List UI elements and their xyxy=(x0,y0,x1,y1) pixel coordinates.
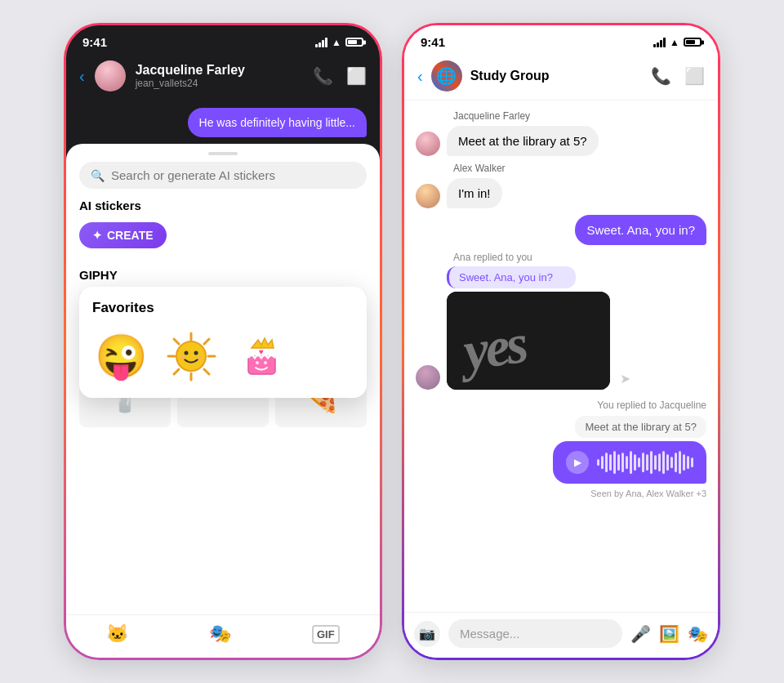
phone-icon[interactable]: 📞 xyxy=(313,66,333,86)
yes-gif-svg: yes xyxy=(447,292,610,390)
left-status-bar: 9:41 ▲ xyxy=(66,25,380,54)
ana-reply-content: Sweet. Ana, you in? yes ➤ xyxy=(447,266,630,390)
sticker-toolbar: 🐱 🎭 GIF xyxy=(66,614,380,658)
sent-bubble-1: Sweet. Ana, you in? xyxy=(575,215,706,245)
ai-stickers-label: AI stickers xyxy=(66,199,380,219)
back-button[interactable]: ‹ xyxy=(79,67,85,86)
contact-info: Jacqueline Farley jean_vallets24 xyxy=(136,63,303,89)
svg-point-12 xyxy=(197,355,202,360)
favorite-sticker-2[interactable] xyxy=(163,328,220,385)
voice-message-bubble: ▶ xyxy=(553,441,706,484)
sticker-icon[interactable]: 🎭 xyxy=(688,624,708,644)
sticker-pack-icon[interactable]: 🎭 xyxy=(209,623,231,645)
contact-name: Jacqueline Farley xyxy=(136,63,303,78)
msg-group-alex: Alex Walker I'm in! xyxy=(416,163,706,208)
battery-icon xyxy=(345,38,363,47)
messages-area: Jacqueline Farley Meet at the library at… xyxy=(404,100,718,612)
waveform xyxy=(597,451,693,474)
gif-button[interactable]: GIF xyxy=(312,625,340,644)
right-video-icon[interactable]: ⬜ xyxy=(684,66,705,86)
message-input-placeholder[interactable]: Message... xyxy=(448,619,622,648)
contact-avatar xyxy=(95,60,126,92)
sun-sticker-svg xyxy=(165,330,218,383)
group-chat-header: ‹ 🌐 Study Group 📞 ⬜ xyxy=(404,54,718,100)
create-label: CREATE xyxy=(107,229,154,242)
signal-icon xyxy=(315,38,327,47)
svg-point-16 xyxy=(264,361,267,364)
jacqueline-avatar xyxy=(416,132,440,156)
right-phone: 9:41 ▲ ‹ 🌐 Study xyxy=(402,23,720,660)
right-phone-screen: 9:41 ▲ ‹ 🌐 Study xyxy=(404,25,718,658)
you-replied-section: You replied to Jacqueline Meet at the li… xyxy=(416,400,706,498)
right-battery-icon xyxy=(684,38,702,47)
contact-sub: jean_vallets24 xyxy=(136,78,303,89)
ana-gif-bubble: yes xyxy=(447,292,610,390)
send-arrow-icon[interactable]: ➤ xyxy=(620,371,630,386)
svg-line-4 xyxy=(174,339,179,344)
you-replied-label: You replied to Jacqueline xyxy=(416,400,706,411)
sticker-search-bar[interactable]: 🔍 xyxy=(79,162,367,189)
scene: 9:41 ▲ xyxy=(64,23,720,660)
jacqueline-sender-name: Jacqueline Farley xyxy=(416,110,706,122)
right-time: 9:41 xyxy=(421,35,445,49)
sticker-search-input[interactable] xyxy=(111,168,355,182)
search-icon: 🔍 xyxy=(91,169,105,182)
right-wifi-icon: ▲ xyxy=(670,37,679,48)
right-status-bar: 9:41 ▲ xyxy=(404,25,718,54)
favorites-stickers-row: 😜 xyxy=(92,328,354,385)
image-icon[interactable]: 🖼️ xyxy=(659,624,679,644)
msg-row-alex: I'm in! xyxy=(416,178,706,208)
svg-point-10 xyxy=(194,350,198,355)
group-avatar: 🌐 xyxy=(431,60,462,92)
left-phone-wrapper: 9:41 ▲ xyxy=(64,23,382,660)
video-icon[interactable]: ⬜ xyxy=(346,66,367,86)
right-header-actions: 📞 ⬜ xyxy=(651,66,705,86)
sticker-panel: 🔍 AI stickers ✦ CREATE GIPHY 🧘🏿 xyxy=(66,144,380,658)
svg-text:♥: ♥ xyxy=(259,347,264,356)
giphy-label: GIPHY xyxy=(79,268,367,282)
left-chat-header: ‹ Jacqueline Farley jean_vallets24 📞 ⬜ xyxy=(66,54,380,101)
reply-to-jacqueline-quote: Meet at the library at 5? xyxy=(575,416,706,438)
right-back-button[interactable]: ‹ xyxy=(417,67,423,86)
ana-gif-row: yes ➤ xyxy=(447,292,630,390)
right-phone-icon[interactable]: 📞 xyxy=(651,66,671,86)
msg-row-jacqueline: Meet at the library at 5? xyxy=(416,126,706,156)
svg-line-5 xyxy=(204,369,209,374)
favorites-popup: Favorites 😜 xyxy=(79,287,367,398)
wink-emoji: 😜 xyxy=(95,332,148,382)
msg-row-sent-1: Sweet. Ana, you in? xyxy=(416,215,706,245)
group-name: Study Group xyxy=(470,69,643,83)
alex-sender-name: Alex Walker xyxy=(416,163,706,174)
cake-sticker-svg: ♥ xyxy=(235,330,288,383)
favorite-sticker-3[interactable]: ♥ xyxy=(233,328,290,385)
drag-handle[interactable] xyxy=(208,152,238,155)
ana-reply-quote: Sweet. Ana, you in? xyxy=(447,266,576,288)
left-status-icons: ▲ xyxy=(315,37,363,48)
right-signal-icon xyxy=(653,38,666,47)
microphone-icon[interactable]: 🎤 xyxy=(630,624,651,644)
ana-avatar xyxy=(416,365,440,390)
svg-point-8 xyxy=(176,342,206,371)
favorites-title: Favorites xyxy=(92,300,354,316)
sent-bubble-preview: He was definitely having little... xyxy=(188,108,367,137)
svg-point-9 xyxy=(184,350,188,355)
wifi-icon: ▲ xyxy=(332,37,341,48)
play-button[interactable]: ▶ xyxy=(566,451,589,474)
svg-point-11 xyxy=(180,355,185,360)
left-header-icons: 📞 ⬜ xyxy=(313,66,367,86)
sticker-face-icon[interactable]: 🐱 xyxy=(106,623,128,645)
alex-bubble: I'm in! xyxy=(447,178,502,208)
left-phone: 9:41 ▲ xyxy=(64,23,382,660)
favorite-sticker-1[interactable]: 😜 xyxy=(92,328,149,385)
svg-line-7 xyxy=(174,369,179,374)
right-status-icons: ▲ xyxy=(653,37,702,48)
ana-reply-row: Sweet. Ana, you in? yes ➤ xyxy=(416,266,706,390)
msg-group-ana: Ana replied to you Sweet. Ana, you in? y… xyxy=(416,252,706,393)
ana-reply-context: Ana replied to you xyxy=(416,252,706,263)
msg-group-jacqueline: Jacqueline Farley Meet at the library at… xyxy=(416,110,706,156)
seen-label: Seen by Ana, Alex Walker +3 xyxy=(416,489,706,498)
camera-button[interactable]: 📷 xyxy=(414,621,440,647)
jacqueline-bubble: Meet at the library at 5? xyxy=(447,126,599,156)
svg-line-6 xyxy=(204,339,209,344)
create-button[interactable]: ✦ CREATE xyxy=(79,222,167,248)
